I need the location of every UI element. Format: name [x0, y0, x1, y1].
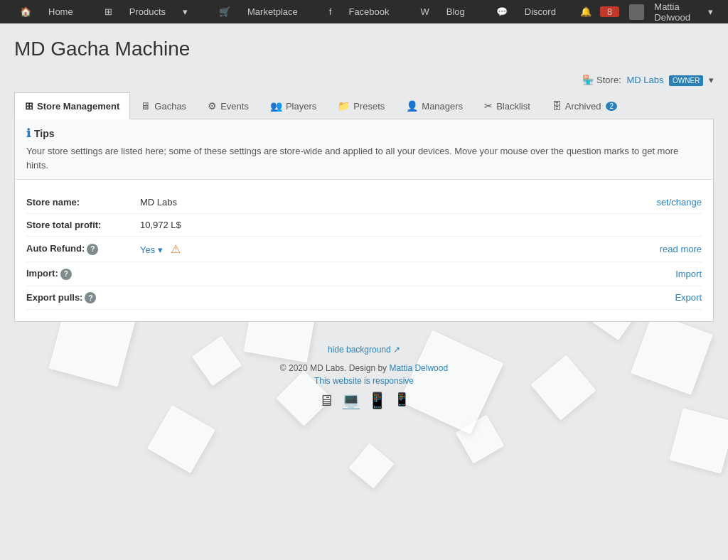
laptop-icon: 💻: [341, 392, 360, 410]
owner-badge: OWNER: [669, 75, 703, 86]
top-navigation: 🏠 Home ⊞ Products ▾ 🛒 Marketplace f Face…: [0, 0, 728, 23]
tab-icon-presets: 📁: [338, 100, 350, 112]
tips-title: ℹ Tips: [26, 126, 702, 140]
hide-background-link[interactable]: hide background ↗: [328, 345, 400, 355]
setting-row-4: Export pulls:?Export: [26, 286, 702, 311]
tab-icon-events: ⚙: [208, 100, 217, 112]
tab-icon-gachas: 🖥: [141, 100, 151, 112]
tab-players[interactable]: 👥 Players: [259, 92, 327, 119]
tab-label-store-management: Store Management: [37, 101, 119, 112]
device-icons-row: 🖥 💻 📱 📱: [0, 392, 728, 410]
tab-archived[interactable]: 🗄 Archived 2: [541, 92, 628, 119]
setting-value-0: MD Labs: [140, 197, 656, 208]
nav-products[interactable]: ⊞ Products ▾: [90, 6, 202, 17]
copyright-text: © 2020 MD Labs. Design by Mattia Delwood: [0, 363, 728, 373]
setting-action-3[interactable]: Import: [675, 269, 702, 279]
tab-label-archived: Archived: [565, 101, 601, 112]
help-icon-4[interactable]: ?: [85, 292, 96, 303]
nav-discord[interactable]: 💬 Discord: [482, 6, 570, 17]
nav-blog[interactable]: W Blog: [407, 6, 479, 17]
page-title: MD Gacha Machine: [14, 38, 714, 60]
setting-row-2: Auto Refund:? Yes ▾ ⚠ read more: [26, 237, 702, 262]
discord-icon: 💬: [489, 6, 515, 17]
bell-icon: 🔔: [573, 6, 599, 17]
notification-bell[interactable]: 🔔 8: [573, 6, 619, 17]
store-label-row: 🏪 Store: MD Labs OWNER ▾: [14, 75, 714, 85]
tab-label-managers: Managers: [422, 101, 463, 112]
tab-badge-archived: 2: [606, 102, 617, 111]
responsive-text: This website is responsive: [0, 376, 728, 386]
footer: hide background ↗ © 2020 MD Labs. Design…: [0, 322, 728, 421]
setting-value-1: 10,972 L$: [140, 220, 702, 230]
help-icon-3[interactable]: ?: [60, 269, 72, 280]
yes-dropdown[interactable]: Yes ▾: [140, 244, 163, 255]
setting-row-1: Store total profit:10,972 L$: [26, 214, 702, 237]
main-content: MD Gacha Machine 🏪 Store: MD Labs OWNER …: [0, 23, 728, 322]
setting-action-0[interactable]: set/change: [656, 197, 702, 208]
help-icon-2[interactable]: ?: [87, 244, 98, 255]
tab-label-presets: Presets: [353, 101, 385, 112]
setting-action-2[interactable]: read more: [660, 244, 702, 254]
store-icon: 🏪: [582, 75, 594, 85]
tab-label-blacklist: Blacklist: [496, 101, 530, 112]
setting-label-2: Auto Refund:?: [26, 243, 140, 255]
user-menu[interactable]: Mattia Delwood ▾: [622, 1, 727, 23]
setting-action-4[interactable]: Export: [675, 292, 702, 303]
nav-facebook[interactable]: f Facebook: [315, 6, 404, 17]
tab-label-players: Players: [286, 101, 316, 112]
tablet-icon: 📱: [368, 392, 387, 410]
nav-marketplace[interactable]: 🛒 Marketplace: [205, 6, 312, 17]
desktop-icon: 🖥: [318, 392, 334, 410]
facebook-icon: f: [322, 6, 339, 17]
user-dropdown-icon: ▾: [701, 6, 720, 17]
nav-home[interactable]: 🏠 Home: [6, 6, 87, 17]
tab-managers[interactable]: 👤 Managers: [395, 92, 473, 119]
tab-icon-archived: 🗄: [552, 100, 562, 112]
setting-label-1: Store total profit:: [26, 220, 140, 230]
tab-blacklist[interactable]: ✂ Blacklist: [473, 92, 541, 119]
tab-label-gachas: Gachas: [154, 101, 186, 112]
designer-link[interactable]: Mattia Delwood: [389, 363, 448, 373]
setting-value-2: Yes ▾ ⚠: [140, 242, 660, 256]
main-panel: ℹ Tips Your store settings are listed he…: [14, 119, 714, 322]
tabs-container: ⊞ Store Management 🖥 Gachas ⚙ Events 👥 P…: [14, 92, 714, 119]
tab-label-events: Events: [220, 101, 249, 112]
setting-row-0: Store name:MD Labsset/change: [26, 191, 702, 214]
products-dropdown-icon: ▾: [176, 6, 195, 17]
home-icon: 🏠: [13, 6, 38, 17]
warning-icon-2: ⚠: [171, 243, 181, 255]
store-dropdown-icon[interactable]: ▾: [709, 75, 714, 85]
setting-row-3: Import:?Import: [26, 262, 702, 286]
page-wrapper: MD Gacha Machine 🏪 Store: MD Labs OWNER …: [0, 23, 728, 560]
products-icon: ⊞: [97, 6, 119, 17]
tab-icon-players: 👥: [270, 100, 282, 112]
nav-right: 🔔 8 Mattia Delwood ▾: [573, 1, 727, 23]
tips-box: ℹ Tips Your store settings are listed he…: [15, 119, 713, 180]
store-name-link[interactable]: MD Labs: [626, 75, 663, 85]
tab-icon-blacklist: ✂: [484, 100, 493, 112]
blog-icon: W: [414, 6, 437, 17]
tab-icon-managers: 👤: [406, 100, 418, 112]
tab-icon-store-management: ⊞: [25, 100, 33, 112]
user-name: Mattia Delwood: [647, 1, 697, 23]
setting-label-3: Import:?: [26, 268, 140, 280]
setting-label-4: Export pulls:?: [26, 292, 140, 304]
tab-gachas[interactable]: 🖥 Gachas: [130, 92, 197, 119]
tab-store-management[interactable]: ⊞ Store Management: [14, 92, 130, 119]
tips-text: Your store settings are listed here; som…: [26, 144, 702, 172]
marketplace-icon: 🛒: [212, 6, 237, 17]
store-settings: Store name:MD Labsset/changeStore total …: [15, 180, 713, 321]
tab-events[interactable]: ⚙ Events: [197, 92, 259, 119]
tab-presets[interactable]: 📁 Presets: [327, 92, 395, 119]
avatar: [629, 4, 644, 20]
setting-label-0: Store name:: [26, 197, 140, 208]
notification-badge: 8: [600, 6, 619, 17]
info-circle-icon: ℹ: [26, 126, 31, 140]
mobile-icon: 📱: [394, 392, 410, 410]
